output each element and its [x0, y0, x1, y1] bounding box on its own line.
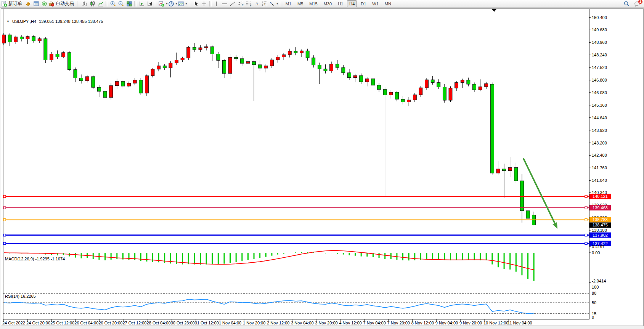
- bar-chart-icon: [82, 1, 88, 7]
- new-order-icon: [1, 1, 7, 7]
- horizontal-line-icon: [221, 1, 228, 7]
- chart-shift-icon: [139, 1, 145, 7]
- new-order-button[interactable]: 新订单: [1, 0, 24, 7]
- chart-header: ▼ USDJPY-,H4 139.051 139.248 138.455 138…: [6, 19, 103, 24]
- arrow-objects-button[interactable]: ▼: [269, 0, 279, 7]
- dropdown-arrow-icon: ▼: [185, 2, 188, 5]
- macd-values: -1.9295 -1.1674: [35, 257, 65, 261]
- zoom-in-icon: [110, 1, 116, 7]
- templates-icon: [178, 1, 184, 7]
- zoom-in-button[interactable]: [109, 0, 117, 7]
- toolbar-separator: [134, 1, 137, 6]
- zoom-out-button[interactable]: [117, 0, 125, 7]
- equidistant-channel-tool-button[interactable]: E: [237, 0, 245, 7]
- profiles-button[interactable]: [24, 0, 32, 7]
- autotrading-label: 自动交易: [55, 0, 76, 7]
- toolbar-separator: [189, 1, 191, 6]
- crosshair-tool-button[interactable]: [200, 0, 208, 7]
- toolbar-separator: [155, 1, 157, 6]
- horizontal-line-tool-button[interactable]: [221, 0, 229, 7]
- text-icon: A: [254, 1, 260, 7]
- chart-shift-button[interactable]: [138, 0, 146, 7]
- chart-symbol-title: USDJPY-,H4: [12, 19, 36, 24]
- timeframe-group: M1M5M15M30H1H4D1W1MN: [283, 0, 393, 7]
- timeframe-button-d1[interactable]: D1: [358, 0, 368, 7]
- line-chart-icon: [98, 1, 104, 7]
- new-order-label: 新订单: [8, 0, 24, 7]
- periods-clock-icon: [168, 1, 174, 7]
- timeframe-button-w1[interactable]: W1: [370, 0, 381, 7]
- autotrading-icon: [48, 1, 55, 7]
- navigator-button[interactable]: [40, 0, 48, 7]
- rsi-name: RSI(14): [5, 294, 19, 299]
- timeframe-button-mn[interactable]: MN: [382, 0, 393, 7]
- navigator-icon: [41, 1, 47, 7]
- text-label-tool-button[interactable]: T: [261, 0, 269, 7]
- cursor-tool-button[interactable]: [192, 0, 200, 7]
- dropdown-arrow-icon: ▼: [175, 2, 178, 5]
- templates-button[interactable]: ▼: [178, 0, 188, 7]
- timeframe-button-m30[interactable]: M30: [321, 0, 334, 7]
- candlestick-chart-button[interactable]: [88, 0, 96, 7]
- market-watch-button[interactable]: [32, 0, 40, 7]
- search-button[interactable]: [623, 0, 631, 7]
- svg-text:A: A: [255, 1, 259, 6]
- toolbar-separator: [209, 1, 212, 6]
- indicators-button[interactable]: ▼: [158, 0, 168, 7]
- text-tool-button[interactable]: A: [253, 0, 261, 7]
- dropdown-arrow-icon: ▼: [165, 2, 168, 5]
- autotrading-button[interactable]: 自动交易: [48, 0, 76, 7]
- timeframe-button-h4[interactable]: H4: [347, 0, 357, 7]
- arrow-objects-icon: [269, 1, 275, 7]
- chat-button[interactable]: 1: [633, 0, 641, 7]
- crosshair-icon: [201, 1, 207, 7]
- toolbar-separator: [106, 1, 108, 6]
- zoom-out-icon: [118, 1, 124, 7]
- timeframe-button-m5[interactable]: M5: [295, 0, 305, 7]
- timeframe-button-m15[interactable]: M15: [307, 0, 320, 7]
- cursor-icon: [193, 1, 199, 6]
- toolbar: 新订单 自动交易 ▼ ▼: [0, 0, 644, 8]
- rsi-indicator-label: RSI(14) 16.2265: [5, 294, 36, 299]
- dropdown-arrow-icon: ▼: [276, 2, 279, 5]
- bar-chart-button[interactable]: [80, 0, 88, 7]
- timeframe-button-m1[interactable]: M1: [283, 0, 294, 7]
- indicators-icon: [158, 1, 165, 7]
- tile-windows-button[interactable]: [125, 0, 133, 7]
- timeframe-button-h1[interactable]: H1: [336, 0, 345, 7]
- fibonacci-icon: F: [245, 1, 252, 7]
- auto-scroll-icon: [147, 1, 153, 7]
- toolbar-separator: [280, 1, 282, 6]
- candlestick-chart-icon: [90, 1, 96, 7]
- chart-ohlc-readout: 139.051 139.248 138.455 138.475: [39, 19, 103, 24]
- svg-text:E: E: [242, 4, 244, 6]
- periods-button[interactable]: ▼: [168, 0, 178, 7]
- toolbar-separator: [77, 1, 79, 6]
- macd-indicator-label: MACD(12,26,9) -1.9295 -1.1674: [5, 257, 65, 261]
- text-label-icon: T: [262, 1, 268, 7]
- equidistant-channel-icon: E: [237, 1, 244, 7]
- search-icon: [623, 1, 630, 7]
- trendline-icon: [230, 1, 236, 7]
- collapse-arrow-icon[interactable]: ▼: [6, 20, 10, 23]
- trendline-tool-button[interactable]: [229, 0, 237, 7]
- chart-window[interactable]: ▼ USDJPY-,H4 139.051 139.248 138.455 138…: [1, 8, 644, 326]
- market-watch-icon: [33, 1, 39, 7]
- vertical-line-tool-button[interactable]: [213, 0, 221, 7]
- fibonacci-tool-button[interactable]: F: [245, 0, 253, 7]
- rsi-value: 16.2265: [21, 294, 36, 299]
- svg-text:T: T: [263, 2, 266, 6]
- svg-text:F: F: [250, 4, 251, 7]
- macd-name: MACD(12,26,9): [5, 257, 34, 261]
- tile-windows-icon: [126, 1, 132, 7]
- vertical-line-icon: [214, 1, 219, 7]
- auto-scroll-button[interactable]: [146, 0, 154, 7]
- chat-badge: 1: [638, 0, 642, 4]
- profiles-icon: [25, 1, 31, 7]
- line-chart-button[interactable]: [96, 0, 104, 7]
